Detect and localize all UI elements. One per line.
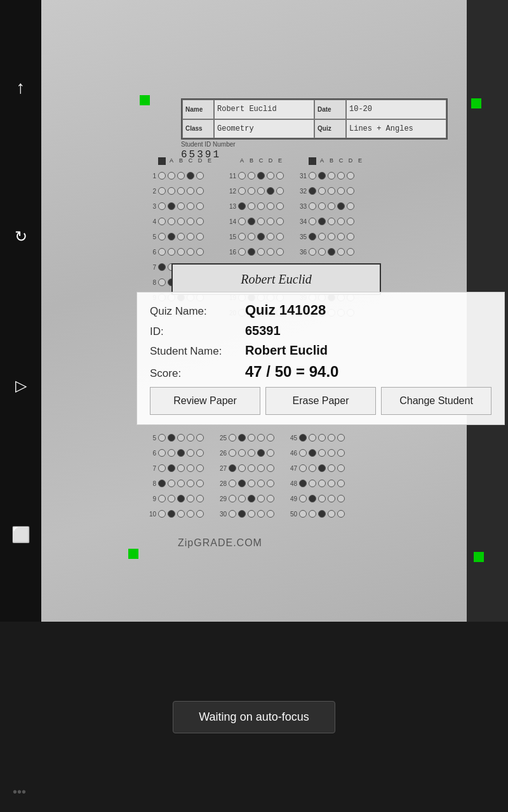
- camera-viewfinder: Name Robert Euclid Date 10-20 Class Geom…: [0, 0, 508, 622]
- bubble-row-31: 31: [297, 169, 364, 182]
- bubble-row-23: 7: [146, 462, 204, 475]
- corner-marker-top-right: [471, 98, 481, 108]
- bubble-column-lower-1: 5 6 7 8 9 10: [146, 431, 204, 520]
- student-name-label: Student Name:: [150, 345, 245, 358]
- student-id-label: Student ID Number: [181, 141, 236, 148]
- quiz-value: Lines + Angles: [346, 119, 446, 139]
- document-icon[interactable]: ⬜: [8, 522, 34, 547]
- bubble-grid-area-2: 5 6 7 8 9 10 25 26 27 28 29 30 45 46 47 …: [146, 431, 345, 520]
- bubble-row-28: 28: [217, 477, 274, 490]
- zipgrade-watermark: ZipGRADE.COM: [178, 537, 262, 549]
- paper-info-box: Name Robert Euclid Date 10-20 Class Geom…: [181, 98, 448, 140]
- corner-marker-bottom-right: [474, 552, 484, 562]
- next-icon[interactable]: ▷: [8, 373, 34, 398]
- bubble-row-34: 34: [297, 215, 364, 228]
- result-card: Quiz Name: Quiz 141028 ID: 65391 Student…: [137, 292, 505, 425]
- corner-marker-bottom-left: [128, 549, 138, 559]
- review-paper-button[interactable]: Review Paper: [150, 387, 260, 415]
- bubble-row-48: 48: [287, 477, 345, 490]
- date-value: 10-20: [346, 100, 446, 119]
- bubble-column-lower-2: 25 26 27 28 29 30: [217, 431, 274, 520]
- bubble-row-26: 10: [146, 508, 204, 520]
- bubble-header-2: A B C D E: [226, 155, 284, 167]
- bubble-row-26-2: 26: [217, 447, 274, 459]
- action-buttons: Review Paper Erase Paper Change Student: [150, 387, 491, 415]
- bubble-row-50: 50: [287, 508, 345, 520]
- bottom-bar: Waiting on auto-focus •••: [0, 622, 508, 812]
- bubble-row-4: 4: [146, 215, 213, 228]
- autofocus-button[interactable]: Waiting on auto-focus: [173, 701, 335, 733]
- id-value: 65391: [245, 324, 281, 338]
- rotate-icon[interactable]: ↻: [8, 224, 34, 249]
- bubble-row-1: 1: [146, 169, 213, 182]
- bubble-row-25-2: 25: [217, 431, 274, 444]
- bubble-row-12: 12: [226, 185, 284, 197]
- quiz-name-label: Quiz Name:: [150, 305, 245, 318]
- bubble-row-2: 2: [146, 185, 213, 197]
- change-student-button[interactable]: Change Student: [381, 387, 491, 415]
- quiz-name-row: Quiz Name: Quiz 141028: [150, 302, 491, 318]
- name-value: Robert Euclid: [214, 100, 314, 119]
- bubble-row-49: 49: [287, 492, 345, 505]
- erase-paper-button[interactable]: Erase Paper: [265, 387, 376, 415]
- upload-icon[interactable]: ↑: [8, 75, 34, 100]
- bubble-header-1: A B C D E: [146, 155, 213, 167]
- bubble-row-35: 35: [297, 230, 364, 243]
- bubble-row-21: 5: [146, 431, 204, 444]
- bubble-row-33: 33: [297, 200, 364, 213]
- class-value: Geometry: [214, 119, 314, 139]
- handwritten-name-strip: Robert Euclid: [171, 263, 381, 295]
- bubble-row-15: 15: [226, 230, 284, 243]
- bubble-row-46: 46: [287, 447, 345, 459]
- bubble-row-6: 6: [146, 246, 213, 258]
- bubble-row-47: 47: [287, 462, 345, 475]
- quiz-label: Quiz: [314, 119, 346, 139]
- name-label: Name: [182, 100, 214, 119]
- bubble-row-25: 9: [146, 492, 204, 505]
- bubble-row-3: 3: [146, 200, 213, 213]
- bubble-row-22: 6: [146, 447, 204, 459]
- bubble-row-30: 30: [217, 508, 274, 520]
- bubble-row-32: 32: [297, 185, 364, 197]
- left-sidebar: ↑ ↻ ▷ ⬜: [0, 0, 41, 622]
- bubble-row-36: 36: [297, 246, 364, 258]
- date-label: Date: [314, 100, 346, 119]
- id-label: ID:: [150, 325, 245, 338]
- bubble-row-29: 29: [217, 492, 274, 505]
- quiz-name-value: Quiz 141028: [245, 302, 326, 318]
- score-row: Score: 47 / 50 = 94.0: [150, 363, 491, 381]
- bubble-row-11: 11: [226, 169, 284, 182]
- bubble-row-16: 16: [226, 246, 284, 258]
- bubble-column-lower-3: 45 46 47 48 49 50: [287, 431, 345, 520]
- more-options-icon[interactable]: •••: [13, 785, 26, 799]
- student-name-value: Robert Euclid: [245, 343, 328, 358]
- bubble-row-5: 5: [146, 230, 213, 243]
- bubble-row-45: 45: [287, 431, 345, 444]
- bubble-row-13: 13: [226, 200, 284, 213]
- id-row: ID: 65391: [150, 324, 491, 338]
- class-label: Class: [182, 119, 214, 139]
- score-value: 47 / 50 = 94.0: [245, 363, 338, 381]
- score-label: Score:: [150, 367, 245, 380]
- handwritten-name-text: Robert Euclid: [241, 272, 312, 287]
- bubble-row-14: 14: [226, 215, 284, 228]
- bubble-row-27: 27: [217, 462, 274, 475]
- bubble-row-24: 8: [146, 477, 204, 490]
- bubble-header-3: A B C D E: [297, 155, 364, 167]
- student-name-row: Student Name: Robert Euclid: [150, 343, 491, 358]
- corner-marker-top-left: [140, 95, 150, 105]
